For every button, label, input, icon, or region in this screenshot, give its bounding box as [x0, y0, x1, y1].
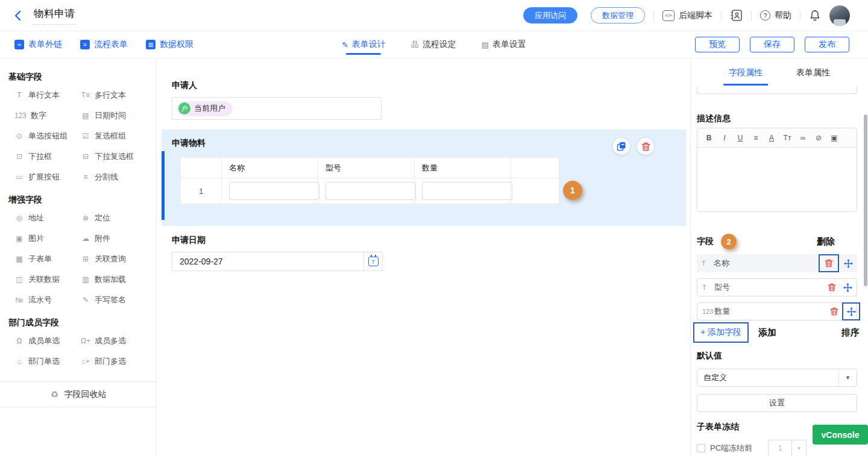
applicant-input[interactable]: 户 当前用户 — [172, 97, 382, 120]
name-cell-input[interactable] — [229, 182, 319, 200]
tab-form-setting[interactable]: ▤ 表单设置 — [482, 31, 526, 58]
add-field-button[interactable]: + 添加字段 — [700, 327, 741, 338]
italic-icon[interactable]: I — [717, 134, 732, 142]
sidebar-item-divider[interactable]: ≡分割线 — [80, 167, 153, 187]
tab-form-properties[interactable]: 表单属性 — [796, 58, 830, 87]
field-row-model[interactable]: T 型号 — [697, 278, 857, 296]
copy-field-button[interactable] — [613, 138, 630, 155]
unlink-icon[interactable]: ⊘ — [811, 134, 826, 142]
sidebar-item-location[interactable]: ⊕定位 — [80, 208, 153, 228]
address-book-icon — [730, 9, 743, 22]
chevron-down-icon[interactable]: ▼ — [792, 440, 807, 456]
sidebar-item-multiline-text[interactable]: T≡多行文本 — [80, 85, 153, 105]
sidebar-item-attachment[interactable]: ☁附件 — [80, 228, 153, 249]
backend-script-button[interactable]: </> 后端脚本 — [662, 10, 712, 21]
description-textarea[interactable] — [697, 148, 857, 212]
backend-script-label: 后端脚本 — [679, 10, 712, 21]
sidebar-item-serial-number[interactable]: №流水号 — [13, 290, 80, 310]
move-column-handle[interactable] — [840, 280, 855, 295]
sidebar-item-member-single[interactable]: Ω成员单选 — [13, 331, 80, 351]
panel-scrollbar[interactable] — [864, 114, 867, 286]
sidebar-item-image[interactable]: ▣图片 — [13, 228, 80, 249]
date-picker-button[interactable]: 7 — [363, 252, 383, 271]
sidebar-item-checkbox-group[interactable]: ☑复选框组 — [80, 126, 153, 146]
app-access-button[interactable]: 应用访问 — [523, 7, 577, 23]
quantity-cell-input[interactable] — [422, 182, 512, 200]
back-button[interactable] — [10, 8, 25, 23]
default-value-settings-button[interactable]: 设置 — [697, 394, 857, 412]
field-applicant[interactable]: 申请人 户 当前用户 — [172, 80, 690, 120]
sidebar-item-radio-group[interactable]: ⊙单选按钮组 — [13, 126, 80, 146]
vconsole-button[interactable]: vConsole — [813, 425, 868, 445]
section-title-enhanced-fields: 增强字段 — [8, 195, 156, 205]
underline-icon[interactable]: U — [732, 134, 748, 142]
divider-icon: ≡ — [81, 173, 90, 181]
annotation-step-1-badge: 1 — [563, 181, 582, 200]
question-icon: ? — [760, 10, 770, 20]
field-row-quantity[interactable]: 123 数量 — [697, 302, 857, 320]
sidebar-item-dept-multi[interactable]: ⌂+部门多选 — [80, 351, 153, 372]
pin-icon: ◎ — [14, 214, 24, 222]
sidebar-item-multi-select[interactable]: ⊟下拉复选框 — [80, 146, 153, 167]
sidebar-item-datetime[interactable]: ▤日期时间 — [80, 105, 153, 126]
sidebar-item-lookup-query[interactable]: ⊞关联查询 — [80, 249, 153, 269]
field-recycle-bin-button[interactable]: ♻ 字段回收站 — [0, 381, 156, 407]
font-size-icon[interactable]: Tт — [779, 134, 795, 142]
bold-icon[interactable]: B — [701, 134, 717, 142]
font-color-icon[interactable]: A — [764, 134, 779, 142]
sidebar-item-single-line-text[interactable]: T单行文本 — [13, 85, 80, 105]
date-input[interactable]: 2022-09-27 — [172, 252, 363, 271]
field-row-name[interactable]: T 名称 — [697, 254, 857, 272]
sidebar-item-signature[interactable]: ✎手写签名 — [80, 290, 153, 310]
subform-section-selected[interactable]: 申请物料 名称 型号 数量 1 — [162, 130, 686, 226]
sidebar-item-dept-single[interactable]: ⌂部门单选 — [13, 351, 80, 372]
notification-bell-button[interactable] — [809, 9, 821, 22]
bar-chart-icon: ▥ — [146, 40, 156, 49]
link-icon[interactable]: ∞ — [795, 134, 811, 142]
annotation-sort-label: 排序 — [841, 327, 860, 339]
sidebar-item-data-load[interactable]: ▥数据加载 — [80, 269, 153, 290]
sidebar-item-subform[interactable]: ▦子表单 — [13, 249, 80, 269]
sidebar-item-member-multi[interactable]: Ω+成员多选 — [80, 331, 153, 351]
help-button[interactable]: ? 帮助 — [760, 10, 791, 21]
model-cell-input[interactable] — [326, 182, 416, 200]
preview-button[interactable]: 预览 — [695, 37, 740, 52]
freeze-count-value[interactable]: 1 — [768, 440, 792, 456]
default-value-select[interactable]: 自定义 ▼ — [697, 369, 857, 387]
save-button[interactable]: 保存 — [750, 37, 794, 52]
pc-freeze-checkbox[interactable] — [697, 444, 705, 452]
departments-icon: ⌂+ — [81, 357, 90, 366]
process-form-button[interactable]: ≡ 流程表单 — [80, 39, 128, 50]
move-column-handle[interactable] — [840, 255, 856, 271]
avatar[interactable] — [829, 5, 850, 26]
delete-column-button[interactable] — [826, 304, 842, 319]
tab-process-setting[interactable]: 品 流程设定 — [411, 31, 456, 58]
column-header-name: 名称 — [222, 158, 318, 178]
insert-image-icon[interactable]: ▣ — [826, 134, 842, 142]
form-external-link-button[interactable]: ∞ 表单外链 — [14, 39, 62, 50]
row-number-header — [181, 158, 222, 178]
sidebar-item-extend-button[interactable]: ▭扩展按钮 — [13, 167, 80, 187]
move-column-handle[interactable] — [843, 304, 859, 319]
sidebar-item-select[interactable]: ⊡下拉框 — [13, 146, 80, 167]
field-title-input-clipped[interactable] — [697, 87, 857, 94]
sidebar-item-number[interactable]: 123数字 — [13, 105, 80, 126]
field-apply-date[interactable]: 申请日期 2022-09-27 7 — [172, 235, 690, 271]
sidebar-item-address[interactable]: ◎地址 — [13, 208, 80, 228]
empty-cell — [511, 178, 559, 204]
publish-button[interactable]: 发布 — [805, 37, 849, 52]
default-value-label: 默认值 — [697, 351, 857, 361]
align-icon[interactable]: ≡ — [748, 134, 764, 142]
delete-column-button[interactable] — [824, 280, 840, 295]
item-label: 定位 — [95, 213, 110, 223]
sidebar-item-linked-data[interactable]: ◫关联数据 — [13, 269, 80, 290]
delete-field-button[interactable] — [637, 138, 654, 155]
move-icon — [847, 307, 856, 316]
delete-column-button[interactable] — [821, 255, 837, 271]
data-manage-button[interactable]: 数据管理 — [591, 7, 645, 23]
tab-field-properties[interactable]: 字段属性 — [729, 58, 763, 87]
data-permission-button[interactable]: ▥ 数据权限 — [146, 39, 193, 50]
contacts-button[interactable] — [730, 9, 743, 22]
tab-form-design[interactable]: ✎ 表单设计 — [342, 31, 386, 58]
trash-icon — [641, 142, 650, 151]
